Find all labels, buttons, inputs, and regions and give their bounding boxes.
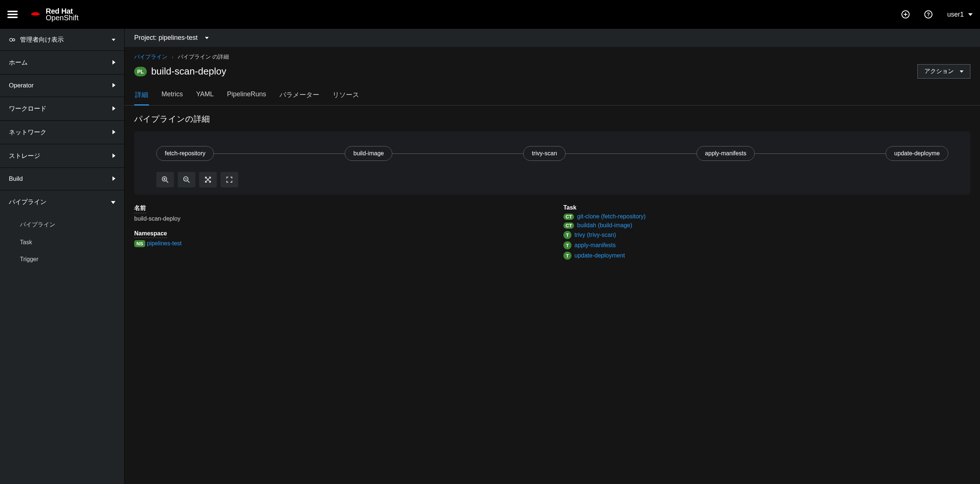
breadcrumb-root[interactable]: パイプライン [134, 54, 167, 61]
sidebar-item-network[interactable]: ネットワーク [0, 121, 124, 144]
pipeline-badge: PL [134, 67, 147, 76]
project-name: pipelines-test [159, 34, 197, 41]
perspective-label: 管理者向け表示 [20, 35, 64, 44]
chevron-right-icon [113, 175, 115, 183]
sidebar-item-pipelines[interactable]: パイプライン [0, 190, 124, 213]
clustertask-badge: CT [563, 213, 574, 220]
help-button[interactable]: ? [924, 10, 932, 18]
tab-pipelineruns[interactable]: PipelineRuns [226, 85, 267, 105]
sidebar-item-home[interactable]: ホーム [0, 51, 124, 75]
perspective-switcher[interactable]: 管理者向け表示 [0, 29, 124, 51]
pipeline-task-node[interactable]: build-image [345, 146, 392, 161]
fit-button[interactable] [199, 172, 217, 188]
fullscreen-icon [226, 176, 233, 183]
question-circle-icon: ? [924, 10, 932, 18]
sidebar-item-workloads[interactable]: ワークロード [0, 97, 124, 121]
sidebar-item-label: Operator [9, 82, 33, 89]
field-label-namespace: Namespace [134, 230, 167, 238]
chevron-right-icon: › [172, 54, 173, 60]
chevron-right-icon [113, 129, 115, 136]
sidebar-item-label: Build [9, 175, 23, 183]
field-label-name: 名前 [134, 204, 146, 213]
user-name: user1 [947, 11, 964, 18]
sidebar-sub-pipelines: パイプライン Task Trigger [0, 213, 124, 270]
fullscreen-button[interactable] [221, 172, 238, 188]
caret-down-icon [205, 37, 209, 39]
svg-point-6 [10, 38, 13, 41]
svg-text:?: ? [927, 11, 930, 18]
task-link[interactable]: update-deployment [574, 252, 625, 259]
redhat-icon [29, 9, 42, 19]
section-title: パイプラインの詳細 [125, 105, 980, 131]
pipeline-connector [392, 153, 523, 154]
brand-line-2: OpenShift [46, 14, 78, 21]
add-button[interactable] [902, 10, 910, 18]
task-link[interactable]: git-clone (fetch-repository) [577, 213, 646, 220]
details-grid: 名前 build-scan-deploy Namespace NS pipeli… [125, 201, 980, 277]
chevron-right-icon [113, 59, 115, 67]
sidebar-item-label: ネットワーク [9, 128, 46, 137]
task-link[interactable]: buildah (build-image) [577, 222, 632, 229]
task-badge: T [563, 241, 571, 249]
caret-down-icon [112, 39, 115, 41]
namespace-badge: NS [134, 240, 145, 247]
clustertask-badge: CT [563, 223, 574, 229]
nav-toggle[interactable] [7, 9, 18, 19]
pipeline-task-node[interactable]: apply-manifests [697, 146, 755, 161]
tab-list: 詳細 Metrics YAML PipelineRuns パラメーター リソース [125, 85, 980, 105]
user-menu[interactable]: user1 [947, 11, 973, 18]
chevron-right-icon [113, 82, 115, 89]
pipeline-task-node[interactable]: update-deployme [886, 146, 948, 161]
sidebar-item-label: ホーム [9, 58, 28, 67]
pipeline-task-node[interactable]: trivy-scan [523, 146, 565, 161]
tab-parameters[interactable]: パラメーター [279, 85, 320, 105]
sidebar-item-label: パイプライン [9, 198, 46, 206]
sidebar-item-operator[interactable]: Operator [0, 75, 124, 97]
brand: Red Hat OpenShift [29, 7, 78, 21]
sidebar-item-label: ワークロード [9, 104, 46, 113]
sidebar-sub-item-trigger[interactable]: Trigger [0, 251, 124, 268]
task-row: T update-deployment [563, 252, 970, 260]
actions-button[interactable]: アクション [917, 64, 970, 79]
pipeline-connector [755, 153, 886, 154]
svg-line-9 [166, 181, 168, 183]
pipeline-task-node[interactable]: fetch-repository [156, 146, 214, 161]
tab-details[interactable]: 詳細 [134, 85, 149, 105]
sidebar-item-storage[interactable]: ストレージ [0, 144, 124, 168]
pipeline-connector [214, 153, 345, 154]
namespace-link[interactable]: pipelines-test [147, 240, 182, 247]
zoom-in-button[interactable] [156, 172, 174, 188]
task-badge: T [563, 231, 571, 239]
sidebar-sub-item-pipelines[interactable]: パイプライン [0, 216, 124, 234]
chevron-down-icon [111, 199, 115, 206]
sidebar-item-build[interactable]: Build [0, 168, 124, 190]
field-label-tasks: Task [563, 204, 970, 211]
caret-down-icon [960, 70, 963, 73]
project-label: Project: [134, 34, 157, 41]
task-link[interactable]: apply-manifests [574, 242, 616, 248]
zoom-out-icon [183, 176, 190, 183]
tab-metrics[interactable]: Metrics [161, 85, 184, 105]
zoom-in-icon [161, 176, 169, 183]
sidebar-sub-item-task[interactable]: Task [0, 234, 124, 251]
tab-yaml[interactable]: YAML [196, 85, 215, 105]
task-row: T apply-manifests [563, 241, 970, 249]
svg-point-7 [13, 39, 15, 41]
task-row: CT buildah (build-image) [563, 222, 970, 229]
visualization-toolbar [156, 172, 948, 188]
fit-icon [204, 176, 212, 183]
tab-resources[interactable]: リソース [332, 85, 360, 105]
task-link[interactable]: trivy (trivy-scan) [574, 232, 616, 238]
project-selector[interactable]: Project: pipelines-test [125, 29, 980, 47]
main-content: Project: pipelines-test パイプライン › パイプライン … [125, 29, 980, 484]
plus-circle-icon [902, 10, 910, 18]
task-row: T trivy (trivy-scan) [563, 231, 970, 239]
pipeline-visualization: fetch-repository build-image trivy-scan … [134, 131, 970, 195]
field-value-name: build-scan-deploy [134, 215, 541, 222]
pipeline-graph[interactable]: fetch-repository build-image trivy-scan … [156, 146, 948, 161]
sidebar: 管理者向け表示 ホーム Operator ワークロード ネットワーク ストレージ… [0, 29, 125, 484]
sidebar-item-label: ストレージ [9, 151, 40, 160]
chevron-right-icon [113, 152, 115, 160]
zoom-out-button[interactable] [178, 172, 196, 188]
chevron-right-icon [113, 105, 115, 113]
